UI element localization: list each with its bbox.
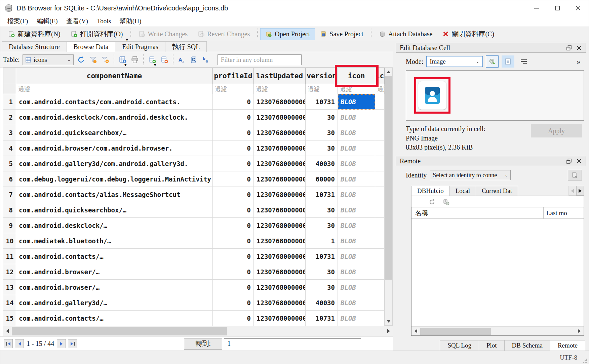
write-changes-button[interactable]: Write Changes — [133, 28, 193, 40]
cell-profileid[interactable]: 0 — [213, 218, 254, 233]
scroll-down-icon[interactable] — [385, 317, 392, 325]
cell-partial[interactable] — [375, 264, 385, 280]
window-minimize-button[interactable] — [526, 0, 547, 16]
cell-profileid[interactable]: 0 — [213, 249, 254, 264]
cell-partial[interactable] — [375, 249, 385, 264]
dropdown-arrow-icon[interactable]: ▼ — [153, 63, 157, 67]
cell-lastupdated[interactable]: 1230768000000 — [254, 94, 306, 110]
cell-lastupdated[interactable]: 1230768000000 — [254, 110, 306, 125]
first-page-button[interactable] — [4, 339, 13, 348]
float-panel-icon[interactable] — [566, 158, 572, 164]
cell-partial[interactable] — [375, 202, 385, 218]
cell-lastupdated[interactable]: 1230768000000 — [254, 311, 306, 326]
row-number[interactable]: 11 — [3, 249, 16, 264]
cell-lastupdated[interactable]: 1230768000000 — [254, 264, 306, 280]
save-project-button[interactable]: Save Project — [315, 28, 368, 40]
row-number[interactable]: 15 — [3, 311, 16, 326]
push-database-icon[interactable] — [442, 198, 450, 206]
word-wrap-button[interactable] — [517, 55, 530, 68]
cell-version[interactable]: 40030 — [306, 156, 338, 171]
tree-modified-column-header[interactable]: Last mo — [543, 207, 584, 218]
prev-page-button[interactable] — [15, 339, 24, 348]
row-number[interactable]: 13 — [3, 280, 16, 295]
cell-partial[interactable] — [375, 218, 385, 233]
cell-version[interactable]: 60000 — [306, 171, 338, 187]
cell-profileid[interactable]: 0 — [213, 187, 254, 202]
column-header-version[interactable]: version — [306, 68, 338, 84]
cell-profileid[interactable]: 0 — [213, 233, 254, 249]
cell-version[interactable]: 10731 — [306, 187, 338, 202]
cell-icon-blob[interactable]: BLOB — [338, 280, 375, 295]
text-view-button[interactable] — [502, 55, 514, 68]
filter-input[interactable]: 過濾 — [306, 84, 338, 94]
font-button[interactable]: Aa — [176, 54, 188, 66]
column-header-icon[interactable]: icon — [338, 68, 375, 84]
encoding-label[interactable]: UTF-8 — [560, 354, 577, 361]
filter-input[interactable]: 過濾 — [254, 84, 305, 94]
next-page-button[interactable] — [57, 339, 66, 348]
remote-refresh-icon[interactable] — [428, 198, 436, 206]
open-project-button[interactable]: Open Project — [260, 28, 315, 40]
row-number[interactable]: 12 — [3, 264, 16, 280]
clear-all-filters-button[interactable] — [99, 54, 111, 66]
scroll-left-icon[interactable] — [411, 327, 420, 335]
column-header-profileId[interactable]: profileId — [213, 68, 254, 84]
remote-tab-current-dat[interactable]: Current Dat — [476, 186, 518, 196]
filter-funnel-button[interactable] — [87, 54, 99, 66]
cell-componentname[interactable]: com.android.contacts/alias.MessageShortc… — [16, 187, 213, 202]
grid-horizontal-scrollbar[interactable] — [3, 326, 393, 336]
cell-icon-blob[interactable]: BLOB — [338, 311, 375, 326]
remote-tab-local[interactable]: Local — [449, 186, 476, 196]
cell-componentname[interactable]: com.android.gallery3d/com.android.galler… — [16, 156, 213, 171]
cell-icon-blob[interactable]: BLOB — [338, 264, 375, 280]
table-select[interactable]: icons ⌄ — [23, 54, 74, 65]
mode-select[interactable]: Image ⌄ — [426, 56, 483, 67]
cell-version[interactable]: 30 — [306, 202, 338, 218]
cell-icon-blob[interactable]: BLOB — [338, 140, 375, 156]
cell-componentname[interactable]: com.android.browser/… — [16, 280, 213, 295]
cell-icon-blob[interactable]: BLOB — [338, 233, 375, 249]
cell-lastupdated[interactable]: 1230768000000 — [254, 156, 306, 171]
cell-partial[interactable] — [375, 156, 385, 171]
resize-grip-icon[interactable] — [583, 359, 588, 363]
cell-componentname[interactable]: com.mediatek.bluetooth/… — [16, 233, 213, 249]
cell-lastupdated[interactable]: 1230768000000 — [254, 280, 306, 295]
menu-item[interactable]: 編輯(E) — [32, 16, 62, 26]
tab--sql[interactable]: 執行 SQL — [165, 41, 207, 52]
row-number[interactable]: 7 — [3, 187, 16, 202]
cell-componentname[interactable]: com.android.browser/… — [16, 264, 213, 280]
tree-scrollbar-thumb[interactable] — [420, 328, 491, 335]
tab-browse-data[interactable]: Browse Data — [67, 41, 116, 52]
apply-button[interactable]: Apply — [531, 124, 582, 137]
menu-item[interactable]: Tools — [92, 17, 115, 26]
cell-componentname[interactable]: com.android.contacts/com.android.contact… — [16, 94, 213, 110]
grid-vertical-scrollbar[interactable] — [385, 68, 393, 326]
cell-profileid[interactable]: 0 — [213, 295, 254, 311]
cell-icon-blob[interactable]: BLOB — [338, 171, 375, 187]
cell-version[interactable]: 30 — [306, 140, 338, 156]
remote-tree-scrollbar[interactable] — [411, 326, 584, 335]
cell-version[interactable]: 10731 — [306, 94, 338, 110]
cell-version[interactable]: 30 — [306, 110, 338, 125]
goto-record-input[interactable] — [224, 338, 361, 349]
cell-profileid[interactable]: 0 — [213, 280, 254, 295]
row-number[interactable]: 1 — [3, 94, 16, 110]
vertical-scrollbar-thumb[interactable] — [385, 76, 392, 280]
cell-lastupdated[interactable]: 1230768000000 — [254, 295, 306, 311]
filter-input[interactable]: 過濾 — [16, 84, 212, 94]
cell-componentname[interactable]: com.android.quicksearchbox/… — [16, 202, 213, 218]
cell-version[interactable]: 30 — [306, 264, 338, 280]
scroll-left-icon[interactable] — [3, 326, 12, 336]
cell-profileid[interactable]: 0 — [213, 202, 254, 218]
refresh-button[interactable] — [75, 54, 87, 66]
cell-componentname[interactable]: com.android.contacts/… — [16, 249, 213, 264]
cell-partial[interactable] — [375, 233, 385, 249]
row-number[interactable]: 8 — [3, 202, 16, 218]
cell-profileid[interactable]: 0 — [213, 311, 254, 326]
cell-lastupdated[interactable]: 1230768000000 — [254, 233, 306, 249]
window-close-button[interactable] — [568, 0, 589, 16]
cell-icon-blob[interactable]: BLOB — [338, 218, 375, 233]
filter-input[interactable]: 過濾 — [338, 84, 375, 94]
cell-profileid[interactable]: 0 — [213, 94, 254, 110]
tree-name-column-header[interactable]: 名稱 — [411, 207, 543, 218]
